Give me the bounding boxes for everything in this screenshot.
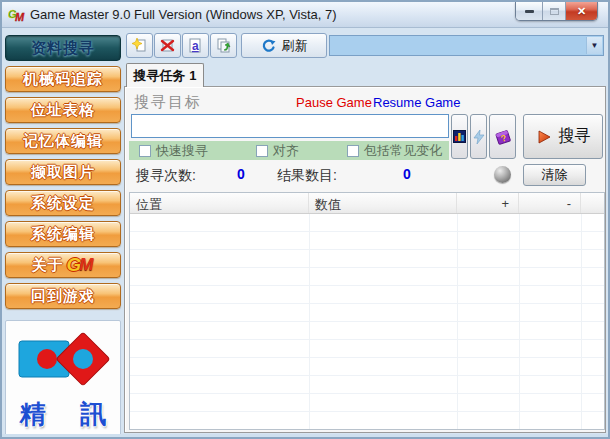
checkbox-include-common-variations[interactable]: 包括常见变化 xyxy=(347,142,442,160)
search-target-input[interactable] xyxy=(131,114,449,138)
search-target-label: 搜寻目标 xyxy=(134,93,202,112)
sidebar-item-machine-code-trace[interactable]: 机械码追踪 xyxy=(5,66,121,92)
minimize-icon xyxy=(525,10,534,13)
svg-text:M: M xyxy=(15,11,25,23)
sidebar-item-label: 系统编辑 xyxy=(31,225,95,244)
column-header-value[interactable]: 数值 xyxy=(309,193,457,213)
sidebar-item-label: 位址表格 xyxy=(31,101,95,120)
checkbox-align[interactable]: 对齐 xyxy=(256,142,299,160)
app-window: G M Game Master 9.0 Full Version (Window… xyxy=(0,0,610,439)
toolbar: a 刷新 xyxy=(126,33,327,58)
sidebar-item-system-editor[interactable]: 系统编辑 xyxy=(5,221,121,247)
tab-search-task-1[interactable]: 搜寻任务 1 xyxy=(126,63,204,87)
checkbox-icon xyxy=(139,145,151,157)
sidebar-item-label: 机械码追踪 xyxy=(23,70,103,89)
rename-task-button[interactable]: a xyxy=(182,33,209,58)
help-button[interactable]: ? xyxy=(489,114,516,159)
sidebar-item-data-search[interactable]: 资料搜寻 xyxy=(5,35,121,61)
search-count-label: 搜寻次数: xyxy=(136,167,196,185)
close-icon: ✕ xyxy=(577,5,586,18)
column-header-position[interactable]: 位置 xyxy=(130,193,309,213)
window-title: Game Master 9.0 Full Version (Windows XP… xyxy=(30,7,337,22)
company-logo-panel: 精 訊 xyxy=(5,320,121,437)
column-divider xyxy=(309,214,310,429)
app-logo-icon: G M xyxy=(8,7,25,23)
search-button[interactable]: 搜寻 xyxy=(523,114,603,159)
results-count-label: 结果数目: xyxy=(277,167,337,185)
checkbox-label: 包括常见变化 xyxy=(364,142,442,160)
clear-button-label: 清除 xyxy=(542,166,568,184)
maximize-button[interactable] xyxy=(543,2,566,20)
checkbox-icon xyxy=(347,145,359,157)
svg-text:a: a xyxy=(192,39,199,53)
sidebar-item-label: 记忆体编辑 xyxy=(23,132,103,151)
status-led-indicator xyxy=(494,166,511,183)
checkbox-quick-search[interactable]: 快速搜寻 xyxy=(139,142,208,160)
company-logo-icon xyxy=(11,325,115,397)
delete-task-button[interactable] xyxy=(154,33,181,58)
refresh-label: 刷新 xyxy=(282,37,308,55)
pause-game-link[interactable]: Pause Game xyxy=(296,95,372,110)
stats-row: 搜寻次数: 0 结果数目: 0 清除 xyxy=(125,163,605,187)
play-icon xyxy=(536,129,552,145)
window-bottom-border xyxy=(2,434,608,437)
sidebar-item-label: 系统设定 xyxy=(31,194,95,213)
resume-game-link[interactable]: Resume Game xyxy=(373,95,460,110)
new-task-button[interactable] xyxy=(126,33,153,58)
tab-label: 搜寻任务 1 xyxy=(134,67,197,85)
results-table: 位置 数值 + - xyxy=(129,192,605,430)
minimize-button[interactable] xyxy=(516,2,543,20)
copy-task-button[interactable] xyxy=(210,33,237,58)
copy-icon xyxy=(215,37,232,54)
search-count-value: 0 xyxy=(221,166,261,182)
rename-icon: a xyxy=(187,37,204,54)
refresh-icon xyxy=(261,38,277,54)
column-header-minus[interactable]: - xyxy=(519,193,581,213)
results-table-header: 位置 数值 + - xyxy=(130,193,604,214)
search-task-panel: 搜寻目标 Pause Game Resume Game ? xyxy=(124,86,606,433)
checkbox-label: 快速搜寻 xyxy=(156,142,208,160)
sidebar-item-capture-image[interactable]: 撷取图片 xyxy=(5,159,121,185)
search-options-strip: 快速搜寻 对齐 包括常见变化 xyxy=(129,141,449,160)
chevron-down-icon: ▼ xyxy=(586,37,602,54)
sidebar: 资料搜寻 机械码追踪 位址表格 记忆体编辑 撷取图片 系统设定 系统编辑 关于 … xyxy=(5,35,121,309)
maximize-icon xyxy=(550,8,559,15)
caption-buttons: ✕ xyxy=(515,2,598,21)
column-divider xyxy=(519,214,520,429)
checkbox-label: 对齐 xyxy=(273,142,299,160)
sidebar-item-address-table[interactable]: 位址表格 xyxy=(5,97,121,123)
bar-chart-icon xyxy=(453,130,466,143)
sidebar-item-label: 资料搜寻 xyxy=(31,39,95,58)
quick-action-button[interactable] xyxy=(470,114,487,159)
sidebar-item-label: 关于 xyxy=(32,256,64,275)
sidebar-item-back-to-game[interactable]: 回到游戏 xyxy=(5,283,121,309)
results-count-value: 0 xyxy=(387,166,427,182)
refresh-button[interactable]: 刷新 xyxy=(241,33,327,58)
sidebar-item-about-gm[interactable]: 关于 G M xyxy=(5,252,121,278)
sidebar-item-memory-editor[interactable]: 记忆体编辑 xyxy=(5,128,121,154)
sidebar-item-system-settings[interactable]: 系统设定 xyxy=(5,190,121,216)
search-button-label: 搜寻 xyxy=(559,126,591,147)
results-table-body[interactable] xyxy=(130,214,604,429)
clear-button[interactable]: 清除 xyxy=(523,164,586,186)
sidebar-item-label: 撷取图片 xyxy=(31,163,95,182)
column-divider xyxy=(457,214,458,429)
column-header-filler xyxy=(581,193,604,213)
lightning-icon xyxy=(473,130,485,144)
delete-task-icon xyxy=(159,37,176,54)
sidebar-item-label: 回到游戏 xyxy=(31,287,95,306)
checkbox-icon xyxy=(256,145,268,157)
column-header-plus[interactable]: + xyxy=(457,193,519,213)
help-book-icon: ? xyxy=(494,129,512,145)
close-button[interactable]: ✕ xyxy=(566,2,597,20)
value-type-button[interactable] xyxy=(451,114,468,159)
new-task-icon xyxy=(131,37,148,54)
company-logo-text: 精 訊 xyxy=(19,397,120,432)
gm-logo-m: M xyxy=(79,255,94,275)
process-combobox[interactable]: ▼ xyxy=(329,35,604,56)
column-divider xyxy=(581,214,582,429)
